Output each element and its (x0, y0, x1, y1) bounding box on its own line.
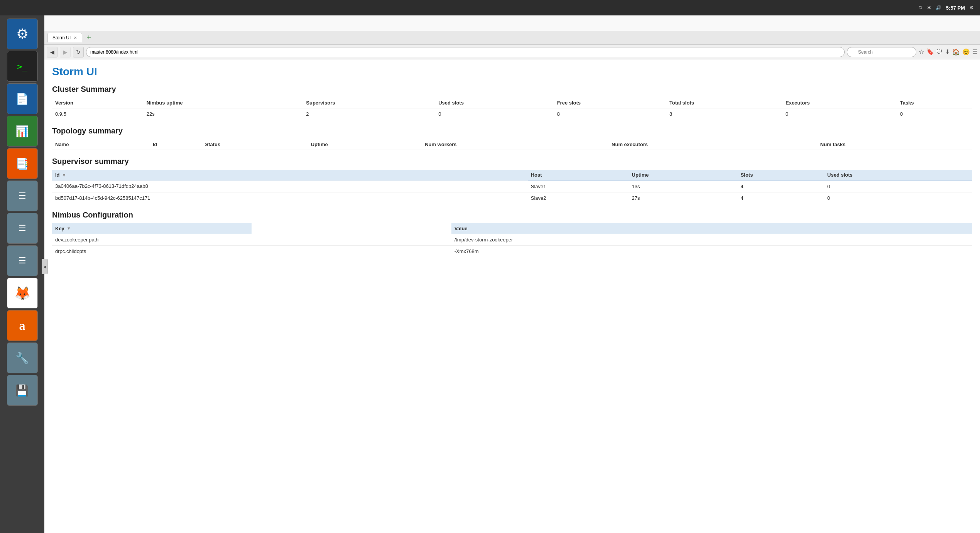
tab-close-button[interactable]: × (74, 35, 77, 41)
supervisor-col-used-slots: Used slots (824, 170, 972, 180)
nimbus-key-2: drpc.childopts (52, 246, 451, 257)
volume-icon: 🔊 (936, 5, 941, 10)
browser-search-input[interactable] (847, 47, 916, 57)
cluster-col-nimbus-uptime: Nimbus uptime (144, 98, 303, 108)
cluster-total-slots: 8 (666, 108, 782, 120)
topo-col-name: Name (52, 139, 150, 150)
profile-icon[interactable]: 😊 (962, 48, 970, 56)
sidebar-icon-docs[interactable]: 📄 (7, 83, 38, 114)
cluster-version: 0.9.5 (52, 108, 144, 120)
supervisor-summary-table: Id ▼ Host Uptime Slots Used slots 3a0406… (52, 170, 972, 204)
cluster-col-total-slots: Total slots (666, 98, 782, 108)
nimbus-col-key[interactable]: Key ▼ (52, 223, 252, 234)
reload-button[interactable]: ↻ (73, 47, 84, 57)
supervisor-slots-1: 4 (738, 180, 824, 192)
supervisor-col-slots: Slots (738, 170, 824, 180)
browser-navbar: ◀ ▶ ↻ 🔍 ☆ 🔖 🛡 ⬇ 🏠 😊 ☰ (44, 45, 980, 59)
topo-col-num-executors: Num executors (608, 139, 817, 150)
cluster-col-used-slots: Used slots (435, 98, 554, 108)
sidebar-icon-list1[interactable]: ☰ (7, 180, 38, 211)
cluster-tasks: 0 (897, 108, 972, 120)
download-icon[interactable]: ⬇ (945, 48, 950, 56)
supervisor-col-id[interactable]: Id ▼ (52, 170, 528, 180)
cluster-row: 0.9.5 22s 2 0 8 8 0 0 (52, 108, 972, 120)
supervisor-row: bd507d17-814b-4c5d-942c-62585147c171 Sla… (52, 192, 972, 204)
sidebar-collapse-button[interactable]: ◀ (42, 259, 48, 274)
cluster-nimbus-uptime: 22s (144, 108, 303, 120)
sidebar-icon-storm[interactable]: ⚙ (7, 19, 38, 49)
settings-icon: ⚙ (970, 5, 974, 10)
cluster-free-slots: 8 (554, 108, 666, 120)
sidebar-icon-amazon[interactable]: a (7, 310, 38, 341)
sidebar-icon-list3[interactable]: ☰ (7, 245, 38, 276)
nimbus-key-1: dev.zookeeper.path (52, 234, 451, 246)
home-icon[interactable]: 🏠 (952, 48, 960, 56)
new-tab-button[interactable]: + (87, 33, 91, 42)
tab-label: Storm UI (52, 35, 71, 40)
browser-window: Storm UI × + ◀ ▶ ↻ 🔍 ☆ 🔖 🛡 ⬇ 🏠 😊 ☰ Storm… (44, 31, 980, 533)
supervisor-row: 3a0406aa-7b2c-4f73-8613-71dfdb24aab8 Sla… (52, 180, 972, 192)
nimbus-value-1: /tmp/dev-storm-zookeeper (451, 234, 972, 246)
cluster-summary-table: Version Nimbus uptime Supervisors Used s… (52, 98, 972, 120)
system-time: 5:57 PM (946, 5, 965, 11)
supervisor-uptime-2: 27s (629, 192, 738, 204)
cluster-supervisors: 2 (303, 108, 435, 120)
sidebar-icon-terminal[interactable]: >_ (7, 51, 38, 82)
browser-tab[interactable]: Storm UI × (47, 33, 82, 42)
topology-summary-title: Topology summary (52, 127, 972, 135)
cluster-col-supervisors: Supervisors (303, 98, 435, 108)
supervisor-col-uptime: Uptime (629, 170, 738, 180)
topology-summary-table: Name Id Status Uptime Num workers Num ex… (52, 139, 972, 150)
sidebar-icon-slides[interactable]: 📑 (7, 148, 38, 179)
cluster-used-slots: 0 (435, 108, 554, 120)
supervisor-id-2: bd507d17-814b-4c5d-942c-62585147c171 (52, 192, 528, 204)
bookmark-star-icon[interactable]: ☆ (919, 48, 924, 56)
browser-titlebar: Storm UI × + (44, 31, 980, 45)
cluster-executors: 0 (782, 108, 897, 120)
pocket-icon[interactable]: 🛡 (936, 49, 943, 56)
supervisor-id-1: 3a0406aa-7b2c-4f73-8613-71dfdb24aab8 (52, 180, 528, 192)
reading-list-icon[interactable]: 🔖 (926, 48, 934, 56)
supervisor-uptime-1: 13s (629, 180, 738, 192)
supervisor-used-slots-1: 0 (824, 180, 972, 192)
topo-col-uptime: Uptime (308, 139, 422, 150)
forward-button[interactable]: ▶ (60, 47, 71, 57)
back-button[interactable]: ◀ (47, 47, 57, 57)
url-bar[interactable] (86, 47, 845, 57)
topo-col-status: Status (202, 139, 308, 150)
supervisor-used-slots-2: 0 (824, 192, 972, 204)
sidebar-icon-sheets[interactable]: 📊 (7, 116, 38, 147)
menu-icon[interactable]: ☰ (972, 48, 978, 56)
sidebar-icon-list2[interactable]: ☰ (7, 213, 38, 244)
page-title: Storm UI (52, 66, 972, 78)
supervisor-col-host: Host (528, 170, 629, 180)
nimbus-config-table: Key ▼ Value dev.zookeeper.path /tmp/dev-… (52, 223, 972, 257)
supervisor-summary-title: Supervisor summary (52, 157, 972, 166)
content-area: Storm UI Cluster Summary Version Nimbus … (44, 59, 980, 533)
sort-arrow-key: ▼ (67, 226, 71, 231)
topo-col-id: Id (150, 139, 202, 150)
sidebar-icon-firefox[interactable]: 🦊 (7, 278, 38, 309)
supervisor-slots-2: 4 (738, 192, 824, 204)
topo-col-num-workers: Num workers (422, 139, 608, 150)
sidebar: ⚙ >_ 📄 📊 📑 ☰ ☰ ☰ 🦊 a 🔧 💾 (0, 15, 44, 533)
bluetooth-icon: ✱ (927, 5, 931, 10)
browser-nav-icons: ☆ 🔖 🛡 ⬇ 🏠 😊 ☰ (919, 48, 978, 56)
nimbus-value-2: -Xmx768m (451, 246, 972, 257)
nimbus-config-row: drpc.childopts -Xmx768m (52, 246, 972, 257)
network-icon: ⇅ (919, 5, 923, 10)
topo-col-num-tasks: Num tasks (817, 139, 972, 150)
search-container: 🔍 (847, 47, 916, 57)
supervisor-host-2: Slave2 (528, 192, 629, 204)
sidebar-icon-floppy[interactable]: 💾 (7, 375, 38, 406)
sort-arrow-id: ▼ (62, 173, 66, 177)
os-taskbar: ⇅ ✱ 🔊 5:57 PM ⚙ (0, 0, 980, 15)
nimbus-config-title: Nimbus Configuration (52, 211, 972, 219)
nimbus-col-value: Value (451, 223, 972, 234)
cluster-col-tasks: Tasks (897, 98, 972, 108)
cluster-col-executors: Executors (782, 98, 897, 108)
cluster-col-free-slots: Free slots (554, 98, 666, 108)
sidebar-icon-tools[interactable]: 🔧 (7, 342, 38, 373)
nimbus-config-row: dev.zookeeper.path /tmp/dev-storm-zookee… (52, 234, 972, 246)
cluster-summary-title: Cluster Summary (52, 85, 972, 94)
